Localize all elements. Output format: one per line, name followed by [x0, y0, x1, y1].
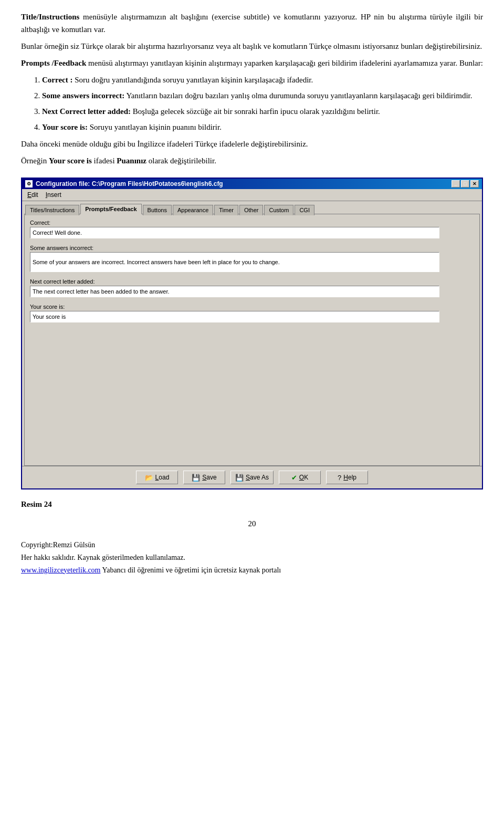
- list-item-your-score: Your score is: Soruyu yanıtlayan kişinin…: [42, 121, 483, 133]
- paragraph-5: Örneğin Your score is ifadesi Puanınız o…: [21, 154, 483, 167]
- dialog-titlebar: ⚙ Configuration file: C:\Program Files\H…: [22, 179, 482, 189]
- dialog-title: Configuration file: C:\Program Files\Hot…: [36, 180, 223, 187]
- field-your-score-label: Your score is:: [30, 304, 474, 310]
- field-your-score-input[interactable]: [30, 311, 439, 322]
- website-description: Yabancı dil öğrenimi ve öğretimi için üc…: [102, 566, 281, 574]
- website-line: www.ingilizceyeterlik.com Yabancı dil öğ…: [21, 564, 483, 577]
- config-dialog: ⚙ Configuration file: C:\Program Files\H…: [21, 178, 483, 489]
- field-next-correct-input[interactable]: [30, 286, 439, 297]
- tab-titles-instructions[interactable]: Titles/Instructions: [25, 205, 79, 215]
- field-some-incorrect-label: Some answers incorrect:: [30, 245, 474, 251]
- dialog-content: Correct: Some answers incorrect: Next co…: [24, 214, 480, 466]
- tab-other[interactable]: Other: [239, 205, 264, 215]
- tab-prompts-feedback[interactable]: Prompts/Feedback: [80, 204, 141, 214]
- tab-buttons[interactable]: Buttons: [143, 205, 172, 215]
- paragraph-3: Prompts /Feedback menüsü alıştırmayı yan…: [21, 57, 483, 69]
- maximize-button[interactable]: □: [461, 180, 469, 187]
- close-button[interactable]: ✕: [470, 180, 479, 187]
- dialog-icon: ⚙: [25, 180, 33, 187]
- feedback-list: Correct : Soru doğru yanıtlandığında sor…: [42, 74, 483, 133]
- field-some-incorrect-input[interactable]: [30, 252, 439, 272]
- field-some-incorrect-group: Some answers incorrect:: [30, 245, 474, 272]
- field-next-correct-group: Next correct letter added:: [30, 278, 474, 297]
- field-correct-group: Correct:: [30, 220, 474, 238]
- menu-insert[interactable]: Insert: [43, 190, 65, 200]
- dialog-footer: 📂 Load 💾 Save 💾 Save As ✔ OK ? Help: [22, 466, 482, 488]
- save-icon: 💾: [192, 474, 200, 482]
- field-correct-input[interactable]: [30, 227, 439, 238]
- dialog-tabs: Titles/Instructions Prompts/Feedback But…: [22, 201, 482, 214]
- ok-icon: ✔: [291, 474, 297, 482]
- field-your-score-group: Your score is:: [30, 304, 474, 322]
- field-next-correct-label: Next correct letter added:: [30, 278, 474, 285]
- website-link[interactable]: www.ingilizceyeterlik.com: [21, 566, 100, 574]
- list-item-correct: Correct : Soru doğru yanıtlandığında sor…: [42, 74, 483, 86]
- tab-custom[interactable]: Custom: [264, 205, 293, 215]
- paragraph-4: Daha önceki menüde olduğu gibi bu İngili…: [21, 138, 483, 150]
- copyright-line: Copyright:Remzi Gülsün: [21, 539, 483, 551]
- save-as-button[interactable]: 💾 Save As: [230, 471, 274, 484]
- footer-section: Copyright:Remzi Gülsün Her hakkı saklıdı…: [21, 539, 483, 576]
- save-button[interactable]: 💾 Save: [183, 471, 225, 484]
- minimize-button[interactable]: _: [452, 180, 460, 187]
- help-button[interactable]: ? Help: [326, 471, 368, 484]
- tab-appearance[interactable]: Appearance: [173, 205, 213, 215]
- ok-button[interactable]: ✔ OK: [279, 471, 321, 484]
- dialog-menubar: Edit Insert: [22, 189, 482, 201]
- field-correct-label: Correct:: [30, 220, 474, 226]
- tab-cgi[interactable]: CGI: [295, 205, 314, 215]
- help-icon: ?: [338, 474, 341, 482]
- rights-line: Her hakkı saklıdır. Kaynak gösterilmeden…: [21, 551, 483, 564]
- save-as-icon: 💾: [235, 474, 244, 482]
- paragraph-2: Bunlar örneğin siz Türkçe olarak bir alı…: [21, 40, 483, 53]
- menu-edit[interactable]: Edit: [24, 190, 41, 200]
- image-caption: Resim 24: [21, 500, 483, 509]
- tab-timer[interactable]: Timer: [214, 205, 238, 215]
- page-number: 20: [21, 519, 483, 528]
- list-item-some-incorrect: Some answers incorrect: Yanıtların bazıl…: [42, 89, 483, 102]
- load-button[interactable]: 📂 Load: [136, 471, 178, 484]
- list-item-next-correct: Next Correct letter added: Boşluğa gelec…: [42, 105, 483, 118]
- paragraph-1: Title/Instructions menüsüyle alıştırmamı…: [21, 11, 483, 36]
- load-icon: 📂: [145, 474, 153, 482]
